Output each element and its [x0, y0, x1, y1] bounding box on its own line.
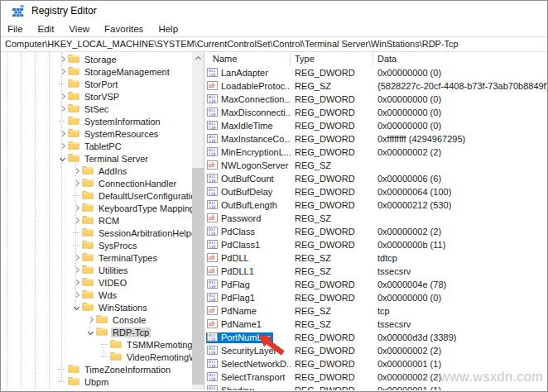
tree-item-console[interactable]: Console — [1, 313, 192, 326]
value-name-cell[interactable]: 011110PdFlag1 — [204, 293, 291, 304]
tree-item-defaultuserconfiguration[interactable]: DefaultUserConfiguration — [1, 189, 192, 202]
value-name-cell[interactable]: 011110MaxDisconnecti... — [204, 108, 291, 118]
chevron-down-icon[interactable] — [71, 305, 81, 309]
tree-item-tsmmremotingallo[interactable]: TSMMRemotingAllo — [1, 338, 192, 351]
tree-item-systemresources[interactable]: SystemResources — [1, 127, 192, 140]
tree-item-ubpm[interactable]: Ubpm — [1, 375, 192, 388]
scrollbar-thumb[interactable] — [192, 168, 204, 385]
tree-item-rdp-tcp[interactable]: RDP-Tcp — [1, 326, 192, 338]
tree-item-addins[interactable]: AddIns — [1, 165, 192, 177]
chevron-right-icon[interactable] — [57, 107, 67, 111]
chevron-right-icon[interactable] — [71, 169, 81, 173]
tree-item-storagemanagement[interactable]: StorageManagement — [1, 65, 192, 78]
value-name[interactable]: abPdName1 — [207, 319, 264, 330]
column-header-name[interactable]: Name — [204, 52, 291, 66]
value-name-cell[interactable]: abPdName1 — [204, 319, 291, 330]
value-name-cell[interactable]: 011110MaxIdleTime — [204, 121, 291, 131]
tree-item-connectionhandler[interactable]: ConnectionHandler — [1, 177, 192, 189]
value-name[interactable]: abPassword — [207, 213, 263, 224]
chevron-right-icon[interactable] — [57, 131, 67, 136]
chevron-right-icon[interactable] — [71, 280, 81, 284]
value-name[interactable]: 011110LanAdapter — [207, 68, 271, 79]
value-name[interactable]: 011110MaxDisconnecti... — [207, 108, 291, 118]
registry-value-row-maxdisconnecti[interactable]: 011110MaxDisconnecti...REG_DWORD0x000000… — [204, 106, 547, 119]
tree-item-systeminformation[interactable]: SystemInformation — [1, 115, 192, 127]
registry-value-row-pddll1[interactable]: abPdDLL1REG_SZtssecsrv — [204, 265, 547, 278]
chevron-right-icon[interactable] — [71, 218, 81, 222]
value-name[interactable]: abNWLogonServer — [207, 160, 291, 171]
menu-item-file[interactable]: File — [1, 24, 31, 34]
registry-value-row-outbuflength[interactable]: 011110OutBufLengthREG_DWORD0x00000212 (5… — [204, 198, 547, 212]
value-name-cell[interactable]: 011110MaxInstanceCo... — [204, 134, 291, 145]
registry-value-row-minencryptionl[interactable]: 011110MinEncryptionL...REG_DWORD0x000000… — [204, 146, 547, 159]
tree-item-storage[interactable]: Storage — [1, 53, 192, 65]
value-name-cell[interactable]: 011110LanAdapter — [204, 68, 291, 79]
chevron-down-icon[interactable] — [85, 330, 95, 334]
chevron-down-icon[interactable] — [57, 156, 67, 160]
registry-value-row-pdname[interactable]: abPdNameREG_SZtcp — [204, 304, 547, 318]
value-name-cell[interactable]: abPassword — [204, 213, 291, 224]
menu-item-view[interactable]: View — [61, 24, 97, 34]
registry-value-row-nwlogonserver[interactable]: abNWLogonServerREG_SZ — [204, 159, 547, 172]
value-name-cell[interactable]: 011110MinEncryptionL... — [204, 147, 291, 158]
value-name[interactable]: 011110OutBufLength — [207, 200, 280, 211]
chevron-right-icon[interactable] — [71, 268, 81, 272]
registry-value-row-loadableprotoc[interactable]: abLoadableProtoc...REG_SZ{5828227c-20cf-… — [204, 79, 547, 93]
registry-value-row-outbufdelay[interactable]: 011110OutBufDelayREG_DWORD0x00000064 (10… — [204, 185, 547, 198]
menu-item-favorites[interactable]: Favorites — [97, 24, 151, 34]
chevron-right-icon[interactable] — [85, 318, 95, 322]
value-name[interactable]: 011110MaxInstanceCo... — [207, 134, 291, 145]
registry-value-row-pdclass1[interactable]: 011110PdClass1REG_DWORD0x0000000b (11) — [204, 238, 547, 251]
registry-value-row-pddll[interactable]: abPdDLLREG_SZtdtcp — [204, 251, 547, 265]
tree-item-sysprocs[interactable]: SysProcs — [1, 239, 192, 251]
value-name[interactable]: 011110Shadow — [207, 385, 257, 391]
value-name-cell[interactable]: 011110OutBufDelay — [204, 187, 291, 198]
tree-item-timezoneinformation[interactable]: TimeZoneInformation — [1, 363, 192, 375]
chevron-right-icon[interactable] — [57, 57, 67, 61]
tree-item-tabletpc[interactable]: TabletPC — [1, 140, 192, 152]
tree-item-terminal-server[interactable]: Terminal Server — [1, 152, 192, 165]
column-header-data[interactable]: Data — [373, 52, 547, 66]
scrollbar-up-icon[interactable] — [192, 52, 204, 64]
value-name[interactable]: 011110MinEncryptionL... — [207, 147, 291, 158]
registry-value-row-pdflag[interactable]: 011110PdFlagREG_DWORD0x0000004e (78) — [204, 278, 547, 291]
tree-item-wds[interactable]: Wds — [1, 289, 192, 301]
value-name[interactable]: 011110PdFlag — [207, 280, 252, 290]
value-name-cell[interactable]: 011110PdFlag — [204, 280, 291, 290]
value-name-cell[interactable]: abPdDLL — [204, 253, 291, 264]
tree-item-videoremotingwinc[interactable]: VideoRemotingWinc — [1, 351, 192, 363]
tree-item-sessionarbitrationhelper[interactable]: SessionArbitrationHelper — [1, 227, 192, 239]
registry-value-row-password[interactable]: abPasswordREG_SZ — [204, 212, 547, 225]
column-header-type[interactable]: Type — [291, 52, 373, 66]
tree-item-storport[interactable]: StorPort — [1, 78, 192, 90]
value-name[interactable]: 011110OutBufCount — [207, 174, 276, 184]
tree-item-terminaltypes[interactable]: TerminalTypes — [1, 251, 192, 264]
tree-item-video[interactable]: VIDEO — [1, 276, 192, 289]
value-name[interactable]: 011110PdFlag1 — [207, 293, 257, 304]
chevron-right-icon[interactable] — [57, 94, 67, 98]
value-name[interactable]: abPdDLL — [207, 253, 252, 264]
value-name[interactable]: abPdDLL1 — [207, 266, 257, 277]
chevron-right-icon[interactable] — [71, 256, 81, 260]
value-name-cell[interactable]: 011110PdClass1 — [204, 240, 291, 251]
value-name-cell[interactable]: 011110PdClass — [204, 227, 291, 237]
value-name[interactable]: 011110MaxConnection... — [207, 94, 291, 105]
value-name-cell[interactable]: 011110Shadow — [204, 385, 291, 391]
value-name-cell[interactable]: abPdDLL1 — [204, 266, 291, 277]
chevron-right-icon[interactable] — [57, 144, 67, 148]
value-name-cell[interactable]: 011110MaxConnection... — [204, 94, 291, 105]
chevron-right-icon[interactable] — [71, 206, 81, 210]
value-name-cell[interactable]: 011110OutBufCount — [204, 174, 291, 184]
registry-value-row-maxidletime[interactable]: 011110MaxIdleTimeREG_DWORD0x00000000 (0) — [204, 119, 547, 132]
value-name-cell[interactable]: 011110OutBufLength — [204, 200, 291, 211]
registry-value-row-shadow[interactable]: 011110ShadowREG_DWORD0x00000001 (1) — [204, 384, 547, 390]
value-name-cell[interactable]: abLoadableProtoc... — [204, 81, 291, 92]
value-name-cell[interactable]: 011110SelectTransport — [204, 372, 291, 383]
tree-item-stsec[interactable]: StSec — [1, 103, 192, 115]
tree-vertical-scrollbar[interactable] — [192, 52, 204, 390]
value-name-cell[interactable]: abNWLogonServer — [204, 160, 291, 171]
tree-item-utilities[interactable]: Utilities — [1, 264, 192, 276]
registry-value-row-pdname1[interactable]: abPdName1REG_SZtssecsrv — [204, 318, 547, 331]
value-name[interactable]: 011110SelectTransport — [207, 372, 287, 383]
registry-value-row-pdflag1[interactable]: 011110PdFlag1REG_DWORD0x00000000 (0) — [204, 291, 547, 304]
